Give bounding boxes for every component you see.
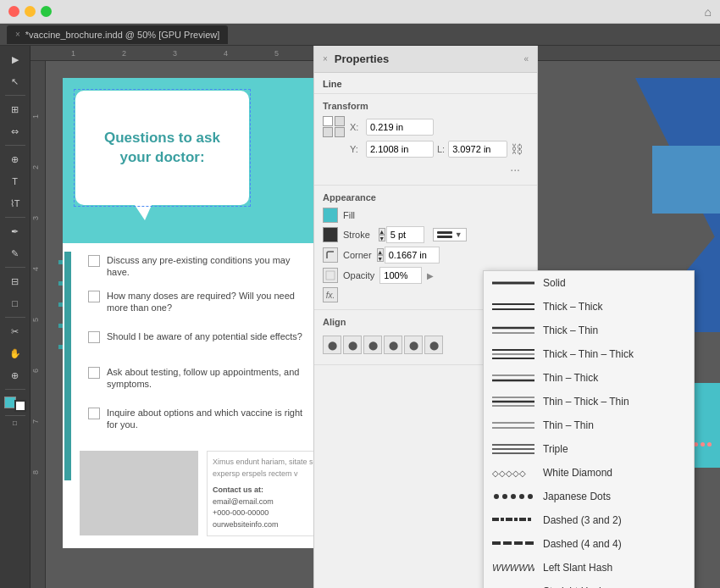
align-center-v-btn[interactable]: ⬤ bbox=[404, 336, 423, 354]
properties-header: × Properties « bbox=[314, 46, 537, 73]
svg-text:WWWWW: WWWWW bbox=[492, 563, 534, 573]
fill-row: Fill bbox=[323, 208, 529, 223]
rectangle-frame-tool[interactable]: ⊟ bbox=[3, 271, 28, 291]
document-tab[interactable]: × *vaccine_brochure.indd @ 50% [GPU Prev… bbox=[7, 25, 228, 44]
stroke-item-solid[interactable]: Solid bbox=[484, 271, 694, 295]
stroke-down-btn[interactable]: ▼ bbox=[379, 235, 385, 241]
speech-text: Questions to ask your doctor: bbox=[104, 129, 220, 166]
gap-tool[interactable]: ⇔ bbox=[3, 121, 28, 141]
align-top-btn[interactable]: ⬤ bbox=[384, 336, 402, 354]
stroke-item-triple[interactable]: Triple bbox=[484, 437, 694, 461]
stroke-item-dashed-3-2[interactable]: Dashed (3 and 2) bbox=[484, 508, 694, 532]
checkbox-1[interactable] bbox=[88, 255, 100, 267]
pencil-tool[interactable]: ✎ bbox=[3, 243, 28, 263]
tool-divider-2 bbox=[5, 145, 25, 146]
stroke-preview-straight-hash: ||||||||||||| bbox=[492, 585, 534, 588]
x-input[interactable] bbox=[366, 119, 434, 136]
checkbox-3[interactable] bbox=[88, 331, 100, 343]
appearance-title: Appearance bbox=[323, 192, 529, 202]
bubble-tail bbox=[135, 205, 152, 220]
scissors-tool[interactable]: ✂ bbox=[3, 321, 28, 341]
tool-divider-6 bbox=[5, 389, 25, 390]
corner-icon[interactable] bbox=[323, 247, 338, 263]
opacity-label: Opacity bbox=[343, 270, 374, 280]
stroke-item-thick-thin[interactable]: Thick – Thin bbox=[484, 319, 694, 342]
x-label: X: bbox=[350, 122, 363, 132]
opacity-input[interactable] bbox=[379, 267, 422, 284]
stroke-up-btn[interactable]: ▲ bbox=[379, 228, 385, 235]
xform-icon-br bbox=[335, 127, 345, 137]
stroke-type-dropdown[interactable]: ▼ bbox=[433, 228, 467, 241]
stroke-color[interactable] bbox=[14, 400, 26, 412]
stroke-item-japanese-dots[interactable]: Japanese Dots bbox=[484, 485, 694, 508]
type-path-tool[interactable]: ⌇T bbox=[3, 193, 28, 214]
tab-label: *vaccine_brochure.indd @ 50% [GPU Previe… bbox=[25, 30, 219, 40]
stroke-preview-thin-thin bbox=[492, 419, 534, 432]
stroke-swatch[interactable] bbox=[323, 227, 338, 242]
svg-text:1: 1 bbox=[71, 49, 75, 58]
stroke-label: Stroke bbox=[343, 230, 370, 240]
content-collector[interactable]: ⊕ bbox=[3, 149, 28, 169]
page-tool[interactable]: ⊞ bbox=[3, 99, 28, 119]
fill-swatch[interactable] bbox=[323, 208, 338, 223]
align-left-btn[interactable]: ⬤ bbox=[323, 336, 341, 354]
checkbox-5[interactable] bbox=[88, 408, 100, 419]
tab-close-button[interactable]: × bbox=[15, 30, 20, 39]
type-tool[interactable]: T bbox=[3, 171, 28, 191]
stroke-item-thick-thin-thick[interactable]: Thick – Thin – Thick bbox=[484, 342, 694, 366]
tool-divider-1 bbox=[5, 95, 25, 96]
svg-point-37 bbox=[519, 494, 524, 499]
corner-input[interactable] bbox=[385, 247, 440, 263]
stroke-item-straight-hash[interactable]: ||||||||||||| Straight Hash bbox=[484, 580, 694, 588]
opacity-arrow[interactable]: ▶ bbox=[427, 271, 434, 280]
panel-expand-button[interactable]: « bbox=[523, 54, 529, 64]
stroke-label-thick-thick: Thick – Thick bbox=[543, 301, 602, 313]
fill-label: Fill bbox=[343, 210, 355, 220]
stroke-item-thin-thin[interactable]: Thin – Thin bbox=[484, 413, 694, 437]
link-proportional-icon[interactable]: ⛓ bbox=[511, 142, 523, 156]
tabbar: × *vaccine_brochure.indd @ 50% [GPU Prev… bbox=[0, 24, 720, 46]
main-area: ▶ ↖ ⊞ ⇔ ⊕ T ⌇T ✒ ✎ ⊟ □ ✂ ✋ ⊕ □ 1 bbox=[0, 46, 720, 588]
svg-rect-47 bbox=[514, 541, 523, 545]
direct-select-tool[interactable]: ↖ bbox=[3, 71, 28, 92]
maximize-button[interactable] bbox=[41, 6, 52, 17]
pen-tool[interactable]: ✒ bbox=[3, 221, 28, 241]
stroke-item-left-slant[interactable]: WWWWW Left Slant Hash bbox=[484, 556, 694, 580]
panel-title: Properties bbox=[335, 53, 389, 65]
more-options: ··· bbox=[323, 161, 529, 178]
stroke-value-input[interactable] bbox=[386, 226, 424, 243]
y-input[interactable] bbox=[366, 141, 434, 158]
stroke-label-dashed-4-4: Dashed (4 and 4) bbox=[543, 538, 622, 550]
fx-button[interactable]: fx. bbox=[323, 287, 338, 302]
stroke-item-thick-thick[interactable]: Thick – Thick bbox=[484, 295, 694, 319]
rectangle-tool[interactable]: □ bbox=[3, 293, 28, 313]
close-button[interactable] bbox=[8, 6, 19, 17]
stroke-item-thin-thick[interactable]: Thin – Thick bbox=[484, 366, 694, 390]
list-item-2: How many doses are required? Will you ne… bbox=[88, 290, 308, 314]
minimize-button[interactable] bbox=[25, 6, 36, 17]
corner-down-btn[interactable]: ▼ bbox=[377, 255, 384, 262]
hand-tool[interactable]: ✋ bbox=[3, 343, 28, 363]
align-right-btn[interactable]: ⬤ bbox=[363, 336, 382, 354]
stroke-item-dashed-4-4[interactable]: Dashed (4 and 4) bbox=[484, 532, 694, 556]
stroke-item-white-diamond[interactable]: ◇◇◇◇◇ White Diamond bbox=[484, 461, 694, 485]
stroke-label-thick-thin-thick: Thick – Thin – Thick bbox=[543, 348, 634, 360]
checkbox-2[interactable] bbox=[88, 291, 100, 302]
l-input[interactable] bbox=[448, 141, 507, 158]
select-tool[interactable]: ▶ bbox=[3, 49, 28, 69]
align-center-h-btn[interactable]: ⬤ bbox=[343, 336, 362, 354]
stroke-item-thin-thick-thin[interactable]: Thin – Thick – Thin bbox=[484, 390, 694, 413]
mode-normal[interactable]: □ bbox=[13, 419, 17, 427]
svg-point-34 bbox=[494, 494, 499, 499]
svg-text:3: 3 bbox=[31, 216, 40, 220]
more-options-button[interactable]: ··· bbox=[510, 163, 520, 176]
stroke-preview-thick-thin-thick bbox=[492, 347, 534, 361]
checkbox-4[interactable] bbox=[88, 367, 100, 379]
home-icon[interactable]: ⌂ bbox=[705, 5, 712, 19]
zoom-tool[interactable]: ⊕ bbox=[3, 365, 28, 386]
align-bottom-btn[interactable]: ⬤ bbox=[424, 336, 443, 354]
panel-close-button[interactable]: × bbox=[323, 54, 328, 64]
l-label: L: bbox=[437, 144, 445, 154]
svg-text:2: 2 bbox=[122, 49, 126, 58]
corner-up-btn[interactable]: ▲ bbox=[377, 248, 384, 255]
